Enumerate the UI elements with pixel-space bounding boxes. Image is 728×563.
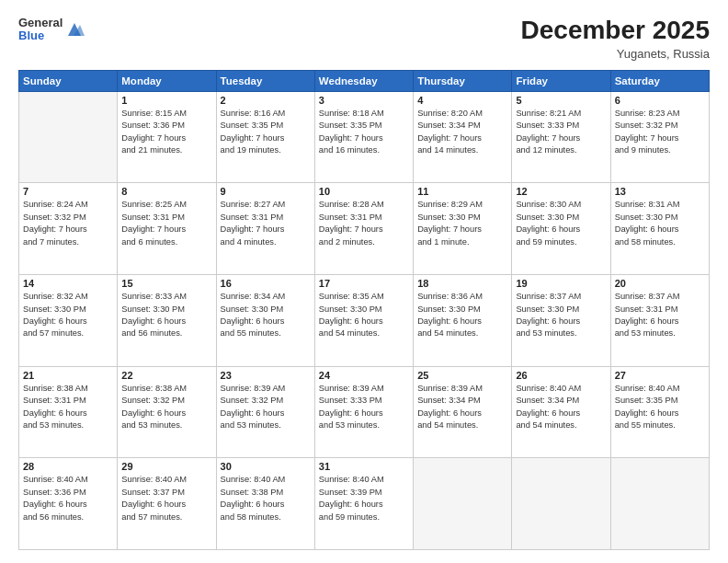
table-row: 24Sunrise: 8:39 AM Sunset: 3:33 PM Dayli…	[314, 366, 413, 458]
main-title: December 2025	[521, 17, 710, 45]
day-info: Sunrise: 8:25 AM Sunset: 3:31 PM Dayligh…	[121, 199, 211, 248]
table-row: 11Sunrise: 8:29 AM Sunset: 3:30 PM Dayli…	[414, 183, 512, 275]
day-info: Sunrise: 8:20 AM Sunset: 3:34 PM Dayligh…	[417, 108, 507, 157]
table-row: 18Sunrise: 8:36 AM Sunset: 3:30 PM Dayli…	[414, 275, 512, 367]
table-row: 12Sunrise: 8:30 AM Sunset: 3:30 PM Dayli…	[512, 183, 610, 275]
calendar-table: Sunday Monday Tuesday Wednesday Thursday…	[18, 70, 710, 550]
table-row: 2Sunrise: 8:16 AM Sunset: 3:35 PM Daylig…	[216, 91, 314, 183]
day-info: Sunrise: 8:39 AM Sunset: 3:33 PM Dayligh…	[319, 383, 409, 432]
day-number: 17	[319, 278, 409, 289]
day-info: Sunrise: 8:35 AM Sunset: 3:30 PM Dayligh…	[319, 291, 409, 340]
table-row	[414, 458, 512, 550]
table-row: 19Sunrise: 8:37 AM Sunset: 3:30 PM Dayli…	[512, 275, 610, 367]
calendar-week-row: 7Sunrise: 8:24 AM Sunset: 3:32 PM Daylig…	[19, 183, 710, 275]
calendar-week-row: 21Sunrise: 8:38 AM Sunset: 3:31 PM Dayli…	[19, 366, 710, 458]
table-row: 25Sunrise: 8:39 AM Sunset: 3:34 PM Dayli…	[414, 366, 512, 458]
logo-icon	[64, 19, 85, 40]
day-info: Sunrise: 8:29 AM Sunset: 3:30 PM Dayligh…	[417, 199, 507, 248]
day-info: Sunrise: 8:21 AM Sunset: 3:33 PM Dayligh…	[516, 108, 606, 157]
day-number: 11	[417, 186, 507, 197]
day-info: Sunrise: 8:36 AM Sunset: 3:30 PM Dayligh…	[417, 291, 507, 340]
table-row: 8Sunrise: 8:25 AM Sunset: 3:31 PM Daylig…	[118, 183, 216, 275]
col-tuesday: Tuesday	[216, 70, 314, 91]
table-row: 21Sunrise: 8:38 AM Sunset: 3:31 PM Dayli…	[19, 366, 118, 458]
title-block: December 2025 Yuganets, Russia	[521, 17, 710, 61]
day-number: 28	[23, 461, 113, 472]
table-row: 16Sunrise: 8:34 AM Sunset: 3:30 PM Dayli…	[216, 275, 314, 367]
day-number: 8	[121, 186, 211, 197]
day-number: 14	[23, 278, 113, 289]
day-info: Sunrise: 8:34 AM Sunset: 3:30 PM Dayligh…	[221, 291, 311, 340]
page: General Blue December 2025 Yuganets, Rus…	[0, 0, 728, 563]
day-number: 23	[221, 370, 311, 381]
subtitle: Yuganets, Russia	[521, 47, 710, 61]
table-row: 3Sunrise: 8:18 AM Sunset: 3:35 PM Daylig…	[314, 91, 413, 183]
table-row: 26Sunrise: 8:40 AM Sunset: 3:34 PM Dayli…	[512, 366, 610, 458]
day-info: Sunrise: 8:39 AM Sunset: 3:32 PM Dayligh…	[221, 383, 311, 432]
col-friday: Friday	[512, 70, 610, 91]
day-number: 12	[516, 186, 606, 197]
day-info: Sunrise: 8:15 AM Sunset: 3:36 PM Dayligh…	[121, 108, 211, 157]
table-row	[610, 458, 709, 550]
day-info: Sunrise: 8:23 AM Sunset: 3:32 PM Dayligh…	[615, 108, 705, 157]
table-row: 28Sunrise: 8:40 AM Sunset: 3:36 PM Dayli…	[19, 458, 118, 550]
col-wednesday: Wednesday	[314, 70, 413, 91]
table-row: 10Sunrise: 8:28 AM Sunset: 3:31 PM Dayli…	[314, 183, 413, 275]
day-number: 16	[221, 278, 311, 289]
day-number: 15	[121, 278, 211, 289]
logo: General Blue	[18, 17, 85, 43]
calendar-week-row: 1Sunrise: 8:15 AM Sunset: 3:36 PM Daylig…	[19, 91, 710, 183]
day-info: Sunrise: 8:31 AM Sunset: 3:30 PM Dayligh…	[615, 199, 705, 248]
table-row: 31Sunrise: 8:40 AM Sunset: 3:39 PM Dayli…	[314, 458, 413, 550]
day-number: 9	[221, 186, 311, 197]
table-row: 15Sunrise: 8:33 AM Sunset: 3:30 PM Dayli…	[118, 275, 216, 367]
table-row: 27Sunrise: 8:40 AM Sunset: 3:35 PM Dayli…	[610, 366, 709, 458]
table-row: 23Sunrise: 8:39 AM Sunset: 3:32 PM Dayli…	[216, 366, 314, 458]
day-info: Sunrise: 8:30 AM Sunset: 3:30 PM Dayligh…	[516, 199, 606, 248]
table-row: 22Sunrise: 8:38 AM Sunset: 3:32 PM Dayli…	[118, 366, 216, 458]
day-info: Sunrise: 8:33 AM Sunset: 3:30 PM Dayligh…	[121, 291, 211, 340]
col-thursday: Thursday	[414, 70, 512, 91]
day-number: 18	[417, 278, 507, 289]
day-number: 30	[221, 461, 311, 472]
day-number: 10	[319, 186, 409, 197]
day-number: 1	[121, 95, 211, 106]
table-row: 20Sunrise: 8:37 AM Sunset: 3:31 PM Dayli…	[610, 275, 709, 367]
day-number: 21	[23, 370, 113, 381]
day-number: 27	[615, 370, 705, 381]
day-info: Sunrise: 8:24 AM Sunset: 3:32 PM Dayligh…	[23, 199, 113, 248]
day-info: Sunrise: 8:37 AM Sunset: 3:31 PM Dayligh…	[615, 291, 705, 340]
day-number: 5	[516, 95, 606, 106]
day-number: 7	[23, 186, 113, 197]
day-number: 29	[121, 461, 211, 472]
col-monday: Monday	[118, 70, 216, 91]
table-row: 9Sunrise: 8:27 AM Sunset: 3:31 PM Daylig…	[216, 183, 314, 275]
table-row: 7Sunrise: 8:24 AM Sunset: 3:32 PM Daylig…	[19, 183, 118, 275]
day-info: Sunrise: 8:18 AM Sunset: 3:35 PM Dayligh…	[319, 108, 409, 157]
table-row: 30Sunrise: 8:40 AM Sunset: 3:38 PM Dayli…	[216, 458, 314, 550]
table-row: 4Sunrise: 8:20 AM Sunset: 3:34 PM Daylig…	[414, 91, 512, 183]
day-number: 3	[319, 95, 409, 106]
table-row: 29Sunrise: 8:40 AM Sunset: 3:37 PM Dayli…	[118, 458, 216, 550]
table-row: 13Sunrise: 8:31 AM Sunset: 3:30 PM Dayli…	[610, 183, 709, 275]
logo-words: General Blue	[18, 17, 63, 43]
day-info: Sunrise: 8:28 AM Sunset: 3:31 PM Dayligh…	[319, 199, 409, 248]
table-row: 5Sunrise: 8:21 AM Sunset: 3:33 PM Daylig…	[512, 91, 610, 183]
day-info: Sunrise: 8:40 AM Sunset: 3:39 PM Dayligh…	[319, 474, 409, 523]
table-row: 6Sunrise: 8:23 AM Sunset: 3:32 PM Daylig…	[610, 91, 709, 183]
calendar-week-row: 14Sunrise: 8:32 AM Sunset: 3:30 PM Dayli…	[19, 275, 710, 367]
day-info: Sunrise: 8:38 AM Sunset: 3:31 PM Dayligh…	[23, 383, 113, 432]
day-number: 4	[417, 95, 507, 106]
day-info: Sunrise: 8:32 AM Sunset: 3:30 PM Dayligh…	[23, 291, 113, 340]
day-number: 6	[615, 95, 705, 106]
day-number: 26	[516, 370, 606, 381]
header: General Blue December 2025 Yuganets, Rus…	[18, 17, 710, 61]
day-number: 20	[615, 278, 705, 289]
calendar-week-row: 28Sunrise: 8:40 AM Sunset: 3:36 PM Dayli…	[19, 458, 710, 550]
day-info: Sunrise: 8:40 AM Sunset: 3:36 PM Dayligh…	[23, 474, 113, 523]
table-row: 17Sunrise: 8:35 AM Sunset: 3:30 PM Dayli…	[314, 275, 413, 367]
table-row	[19, 91, 118, 183]
col-sunday: Sunday	[19, 70, 118, 91]
day-number: 25	[417, 370, 507, 381]
day-info: Sunrise: 8:40 AM Sunset: 3:38 PM Dayligh…	[221, 474, 311, 523]
